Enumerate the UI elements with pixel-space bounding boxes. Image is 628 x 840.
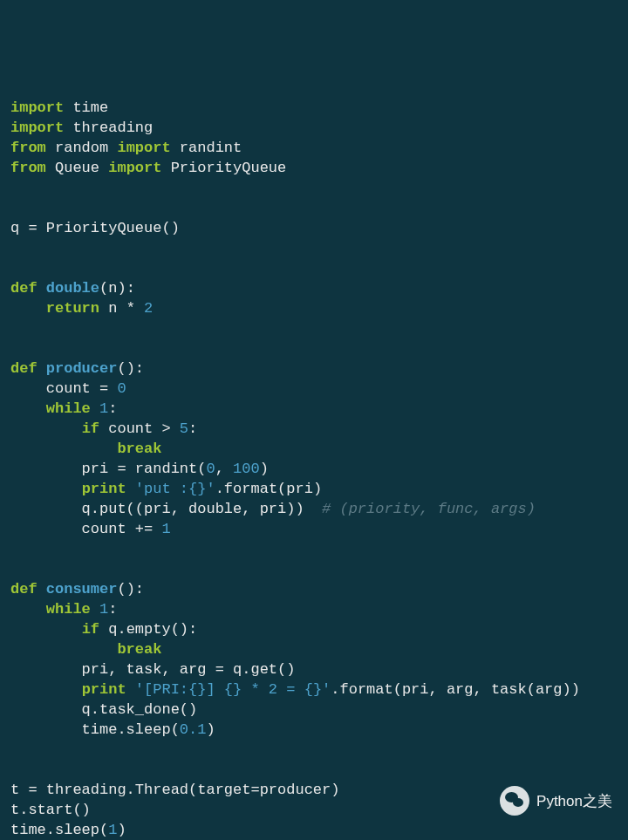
code-text [10,621,82,638]
code-text: count = [10,380,117,397]
code-text [10,400,46,417]
keyword: if [82,420,99,437]
keyword: def [10,280,38,297]
keyword: while [46,601,91,618]
code-text: time.sleep( [10,822,108,838]
code-text: .format(pri) [215,481,322,497]
number: 1 [99,601,108,618]
keyword: import [10,120,64,136]
keyword: from [10,160,46,176]
code-text: (n): [99,280,135,297]
code-text: (): [117,581,144,598]
code-text [10,440,117,457]
number: 1 [99,400,108,417]
code-text: PriorityQueue [161,160,286,176]
code-text [126,481,135,497]
number: 1 [161,521,170,537]
keyword: print [82,481,126,497]
code-text [10,300,46,317]
string: '[PRI:{}] {} * 2 = {}' [135,681,331,698]
keyword: def [10,360,38,377]
code-text: q.empty(): [99,621,197,638]
code-text [126,681,135,698]
code-text [38,581,46,598]
keyword: break [117,440,161,457]
code-text: t = threading.Thread(target=producer) [10,782,339,798]
keyword: def [10,581,38,598]
brand-text: Python之美 [536,791,612,811]
code-text [10,601,46,618]
code-text [10,641,117,658]
code-text [91,601,99,618]
code-text: randint [171,140,242,156]
code-text [38,360,46,377]
code-text: : [188,420,197,437]
code-text: t.start() [10,802,91,818]
keyword: if [82,621,99,638]
number: 5 [180,420,188,437]
comment: # (priority, func, args) [322,501,536,517]
number: 1 [108,822,117,838]
code-text: (): [117,360,144,377]
function-name: double [46,280,99,297]
code-text: q = PriorityQueue() [10,220,180,236]
number: 0 [206,461,215,477]
keyword: break [117,641,161,658]
code-text [91,400,99,417]
keyword: while [46,400,91,417]
code-text: q.task_done() [10,701,197,718]
code-text: .format(pri, arg, task(arg)) [331,681,580,698]
code-text [10,681,82,698]
number: 2 [144,300,153,317]
function-name: consumer [46,581,118,598]
code-text: , [215,461,233,477]
number: 0.1 [180,721,207,738]
code-text: time.sleep( [10,721,180,738]
code-text [38,280,46,297]
string: 'put :{}' [135,481,215,497]
number: 0 [117,380,126,397]
keyword: import [10,99,64,116]
branding-watermark: Python之美 [500,786,612,816]
keyword: import [117,140,170,156]
keyword: import [108,160,161,176]
code-text: count += [10,521,161,537]
code-text [10,481,82,497]
wechat-icon [500,786,529,816]
function-name: producer [46,360,118,377]
code-text: count > [99,420,180,437]
code-text [10,420,82,437]
code-text: n * [99,300,144,317]
keyword: return [46,300,99,317]
code-text: pri = randint( [10,461,206,477]
code-text: ) [206,721,215,738]
code-text: Queue [46,160,108,176]
code-block: import time import threading from random… [10,98,618,840]
keyword: from [10,140,46,156]
number: 100 [233,461,260,477]
keyword: print [82,681,126,698]
code-text: pri, task, arg = q.get() [10,661,295,678]
code-text: random [46,140,118,156]
code-text: threading [64,120,153,136]
code-text: ) [260,461,269,477]
code-text: : [108,400,117,417]
code-text: q.put((pri, double, pri)) [10,501,322,517]
code-text: time [64,99,108,116]
code-text: : [108,601,117,618]
code-text: ) [117,822,126,838]
